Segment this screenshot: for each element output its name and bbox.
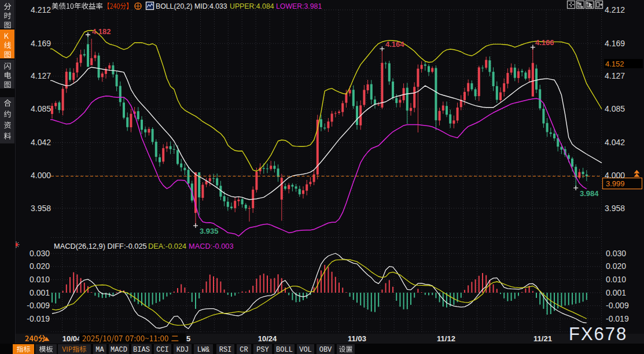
svg-text:-0.009: -0.009 [606,301,629,310]
svg-text:3.958: 3.958 [31,204,51,213]
svg-text:DEA:-0.024: DEA:-0.024 [148,242,186,250]
svg-text:11/21: 11/21 [533,334,552,343]
svg-text:4.182: 4.182 [92,27,111,36]
svg-text:VOL: VOL [299,346,312,354]
svg-text:0.030: 0.030 [30,249,50,258]
svg-text:10/04: 10/04 [62,334,82,343]
svg-text:MACD:-0.003: MACD:-0.003 [189,242,234,250]
svg-text:UPPER:4.084: UPPER:4.084 [230,2,274,10]
svg-text:4.212: 4.212 [31,5,51,14]
svg-text:3.958: 3.958 [605,204,625,213]
svg-text:0.030: 0.030 [606,249,626,258]
svg-text:FX678: FX678 [569,324,627,344]
svg-text:4.000: 4.000 [605,171,625,180]
svg-text:3.999: 3.999 [606,179,625,188]
svg-text:4.042: 4.042 [605,138,625,147]
svg-text:4.085: 4.085 [31,104,51,113]
svg-text:4.164: 4.164 [385,40,404,49]
svg-text:4.042: 4.042 [31,138,51,147]
svg-text:LW&: LW& [197,346,210,354]
svg-text:LOWER:3.981: LOWER:3.981 [276,2,322,10]
svg-text:0.001: 0.001 [30,288,50,297]
svg-text:3.935: 3.935 [200,227,219,235]
svg-text:RSI: RSI [219,346,232,354]
svg-text:4.000: 4.000 [31,171,51,180]
svg-text:4.085: 4.085 [605,104,625,113]
svg-text:-0.009: -0.009 [27,301,50,310]
svg-text:4.152: 4.152 [605,60,624,68]
svg-text:0.001: 0.001 [606,288,626,297]
svg-text:4.212: 4.212 [605,5,625,14]
svg-text:4.169: 4.169 [31,39,51,48]
svg-text:CCI: CCI [156,346,169,354]
svg-text:MACD(26,12,9) DIFF:-0.025: MACD(26,12,9) DIFF:-0.025 [54,242,147,250]
svg-text:0.020: 0.020 [30,261,50,271]
svg-text:BOLL(20,2) MID:4.033: BOLL(20,2) MID:4.033 [156,2,227,10]
svg-text:-0.019: -0.019 [27,314,50,323]
svg-text:3.984: 3.984 [580,189,599,198]
svg-text:5: 5 [186,334,190,343]
svg-text:4.166: 4.166 [535,38,554,47]
svg-text:10/24: 10/24 [258,334,277,343]
svg-text:4.127: 4.127 [31,71,51,80]
svg-text:-0.019: -0.019 [606,314,629,323]
svg-text:KDJ: KDJ [176,346,189,354]
svg-text:4.127: 4.127 [605,71,625,80]
svg-text:11/12: 11/12 [437,334,455,343]
svg-text:4.169: 4.169 [605,39,625,48]
svg-text:CR: CR [240,346,248,354]
svg-text:0.010: 0.010 [30,275,50,284]
svg-text:0.020: 0.020 [606,261,626,271]
svg-text:BIAS: BIAS [133,346,150,354]
svg-text:BOLL: BOLL [276,346,293,354]
svg-text:OBV: OBV [319,346,332,354]
svg-text:0.010: 0.010 [606,275,626,284]
svg-text:11/03: 11/03 [348,334,366,343]
svg-text:MACD: MACD [111,346,127,354]
svg-text:PSY: PSY [256,346,269,354]
svg-text:MA: MA [95,346,104,354]
